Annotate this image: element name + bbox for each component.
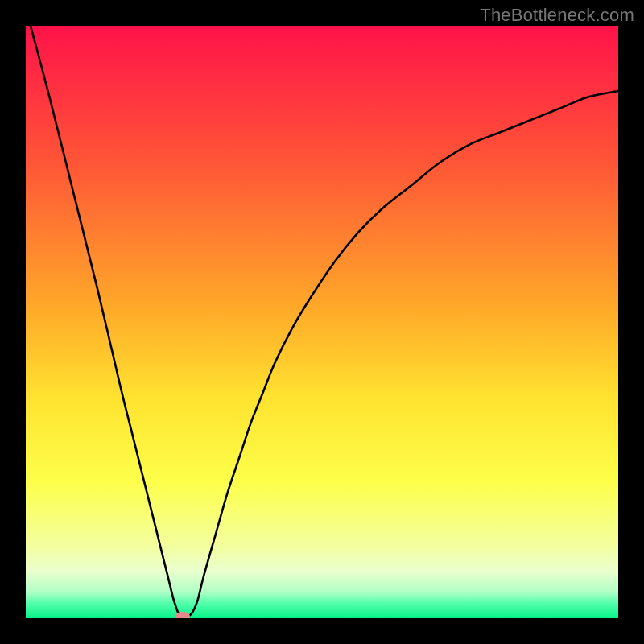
watermark-text: TheBottleneck.com <box>480 5 634 26</box>
gradient-background <box>26 26 618 618</box>
chart-svg <box>26 26 618 618</box>
chart-frame: TheBottleneck.com <box>0 0 644 644</box>
plot-area <box>26 26 618 618</box>
